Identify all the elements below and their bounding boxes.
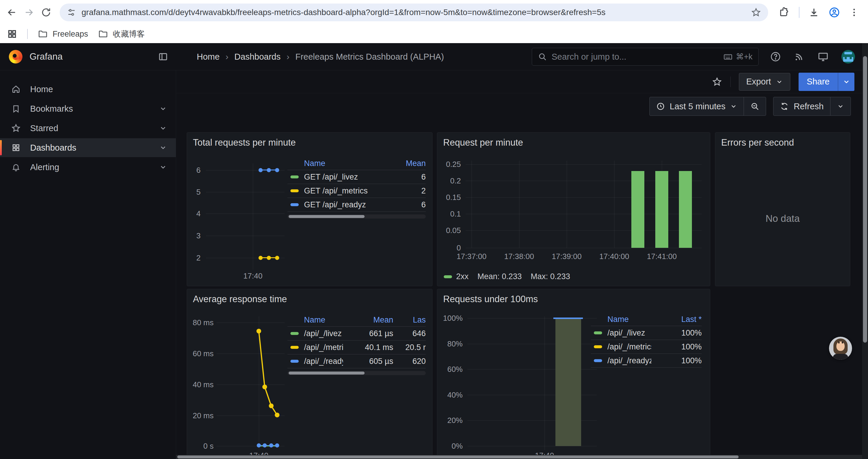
panel-title[interactable]: Total requests per minute bbox=[193, 137, 296, 148]
data-point bbox=[275, 256, 279, 260]
chevron-down-icon[interactable] bbox=[159, 105, 167, 112]
sidebar-collapse-icon[interactable] bbox=[158, 52, 168, 62]
legend-header-mean[interactable]: Mean bbox=[343, 316, 393, 325]
y-tick: 2 bbox=[189, 254, 200, 263]
search-icon bbox=[538, 52, 547, 61]
legend-row[interactable]: /api/_/livez 661 µs 646 bbox=[287, 326, 426, 340]
downloads-icon[interactable] bbox=[808, 7, 819, 18]
panel-requests-under-100ms[interactable]: Requests under 100ms 100% 80% 60% 40% 20… bbox=[437, 289, 710, 459]
grafana-logo-icon[interactable] bbox=[9, 50, 23, 64]
y-tick: 0.25 bbox=[440, 160, 461, 169]
bar-2xx bbox=[679, 171, 692, 248]
x-tick: 17:41:00 bbox=[647, 252, 677, 261]
gridline bbox=[466, 248, 702, 248]
legend-header-mean[interactable]: Mean bbox=[375, 159, 426, 168]
time-range-picker[interactable]: Last 5 minutes bbox=[650, 97, 744, 116]
sidebar-item-home[interactable]: Home bbox=[0, 80, 176, 99]
breadcrumb-current-page: Freeleaps Metrics Dashboard (ALPHA) bbox=[296, 52, 444, 62]
y-tick: 100% bbox=[440, 314, 463, 323]
panel-request-per-minute[interactable]: Request per minute 0.25 0.2 0.15 0.1 0.0… bbox=[437, 132, 710, 286]
panel-avg-response-time[interactable]: Average response time 80 ms 60 ms 40 ms … bbox=[187, 289, 433, 459]
y-tick: 40% bbox=[440, 391, 463, 400]
panel-errors-per-second[interactable]: Errors per second No data bbox=[715, 132, 850, 286]
legend-table: Name Mean Las /api/_/livez 661 µs 646 /a… bbox=[287, 314, 426, 375]
panel-title[interactable]: Request per minute bbox=[443, 137, 523, 148]
legend-row[interactable]: /api/_/readyz 605 µs 620 bbox=[287, 354, 426, 368]
legend-header-name[interactable]: Name bbox=[304, 316, 343, 325]
legend-row[interactable]: /api/_/metrics 100% bbox=[591, 340, 702, 354]
refresh-interval-dropdown[interactable] bbox=[830, 97, 850, 116]
legend-row[interactable]: GET /api/_readyz 6 bbox=[287, 198, 426, 211]
breadcrumb-home[interactable]: Home bbox=[197, 52, 219, 62]
scrollbar-thumb[interactable] bbox=[177, 455, 739, 458]
sidebar-item-starred[interactable]: Starred bbox=[0, 119, 176, 138]
bar-under-100ms bbox=[555, 319, 581, 446]
bookmark-star-icon[interactable] bbox=[751, 7, 761, 18]
search-box[interactable]: ⌘+k bbox=[532, 48, 759, 66]
avatar-face bbox=[836, 341, 845, 351]
monitor-icon[interactable] bbox=[817, 51, 829, 63]
y-tick: 20% bbox=[440, 416, 463, 425]
reload-icon[interactable] bbox=[39, 6, 53, 19]
legend-scrollbar[interactable] bbox=[287, 215, 426, 219]
sidebar-item-bookmarks[interactable]: Bookmarks bbox=[0, 99, 176, 118]
dashboard-horizontal-scrollbar[interactable] bbox=[176, 455, 862, 459]
forward-icon[interactable] bbox=[23, 6, 35, 19]
user-avatar[interactable] bbox=[841, 50, 855, 64]
sidebar-item-dashboards[interactable]: Dashboards bbox=[0, 138, 176, 157]
panel-title[interactable]: Errors per second bbox=[721, 137, 794, 148]
y-tick: 0.15 bbox=[440, 193, 461, 202]
legend-header-last[interactable]: Las bbox=[393, 316, 426, 325]
help-icon[interactable] bbox=[770, 51, 781, 62]
page-vertical-scrollbar[interactable] bbox=[862, 43, 868, 459]
share-button[interactable]: Share bbox=[799, 73, 838, 91]
url-text[interactable]: grafana.mathmast.com/d/deytv4rwavabkb/fr… bbox=[82, 8, 746, 17]
grafana-app: Grafana Home › Dashboards › Freeleaps Me… bbox=[0, 43, 868, 459]
data-point bbox=[267, 168, 271, 172]
export-button[interactable]: Export bbox=[739, 73, 790, 91]
legend-header-name[interactable]: Name bbox=[608, 315, 651, 324]
breadcrumb-dashboards[interactable]: Dashboards bbox=[234, 52, 280, 62]
chevron-down-icon[interactable] bbox=[159, 163, 167, 171]
floating-assistant-avatar[interactable] bbox=[829, 337, 852, 360]
address-bar[interactable]: grafana.mathmast.com/d/deytv4rwavabkb/fr… bbox=[60, 4, 768, 21]
legend-max: Max: 0.233 bbox=[531, 272, 570, 281]
breadcrumb: Home › Dashboards › Freeleaps Metrics Da… bbox=[197, 43, 444, 70]
series-swatch bbox=[290, 203, 299, 206]
legend-row[interactable]: /api/_/readyz 100% bbox=[591, 354, 702, 367]
legend-row[interactable]: GET /api/_metrics 2 bbox=[287, 184, 426, 198]
legend-header-name[interactable]: Name bbox=[304, 159, 375, 168]
chevron-down-icon[interactable] bbox=[159, 124, 167, 132]
legend-row[interactable]: GET /api/_livez 6 bbox=[287, 170, 426, 184]
share-dropdown-button[interactable] bbox=[838, 73, 855, 91]
bookmark-folder-blogs[interactable]: 收藏博客 bbox=[98, 29, 145, 39]
gridline bbox=[467, 446, 597, 446]
zoom-out-button[interactable] bbox=[744, 97, 766, 116]
legend-row[interactable]: /api/_/metrics 40.1 ms 20.5 r bbox=[287, 340, 426, 354]
back-icon[interactable] bbox=[5, 6, 18, 19]
star-dashboard-icon[interactable] bbox=[712, 77, 722, 87]
panel-title[interactable]: Requests under 100ms bbox=[443, 294, 538, 304]
profile-icon[interactable] bbox=[829, 6, 840, 18]
chevron-down-icon[interactable] bbox=[159, 144, 167, 152]
refresh-button[interactable]: Refresh bbox=[773, 97, 830, 116]
home-icon bbox=[11, 85, 21, 94]
y-tick: 0.1 bbox=[440, 209, 461, 219]
bookmark-folder-freeleaps[interactable]: Freeleaps bbox=[38, 29, 88, 39]
menu-kebab-icon[interactable] bbox=[849, 7, 859, 18]
legend-scrollbar[interactable] bbox=[287, 371, 426, 375]
toolbar-divider bbox=[799, 7, 800, 18]
scrollbar-thumb[interactable] bbox=[863, 56, 867, 342]
sidebar-item-alerting[interactable]: Alerting bbox=[0, 158, 176, 177]
legend-row[interactable]: /api/_/livez 100% bbox=[591, 326, 702, 340]
news-rss-icon[interactable] bbox=[794, 51, 805, 62]
legend-header-last[interactable]: Last * bbox=[651, 315, 702, 324]
panel-total-requests[interactable]: Total requests per minute 6 5 4 3 2 bbox=[187, 132, 433, 286]
data-point bbox=[267, 256, 271, 260]
apps-grid-icon[interactable] bbox=[7, 29, 17, 39]
search-input[interactable] bbox=[552, 52, 718, 62]
legend-item-2xx[interactable]: 2xx bbox=[444, 272, 469, 281]
site-settings-icon[interactable] bbox=[67, 8, 76, 17]
extensions-icon[interactable] bbox=[779, 7, 790, 18]
header-icons bbox=[770, 43, 855, 70]
